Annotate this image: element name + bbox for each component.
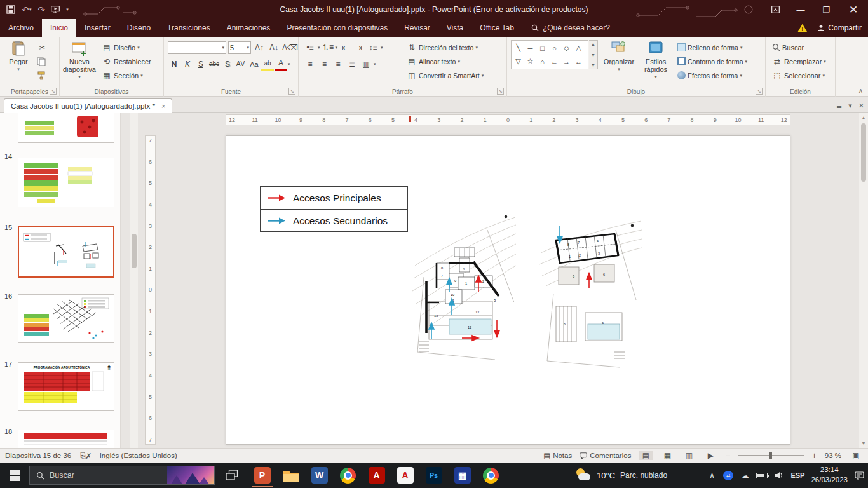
thumbnail-slide-14[interactable] <box>18 158 114 207</box>
tell-me-search[interactable]: ¿Qué desea hacer? <box>522 19 619 37</box>
align-right-button[interactable]: ≡ <box>332 58 344 71</box>
document-tab[interactable]: Casa Jacobs II uuu(1) [Autoguardado].ppt… <box>4 98 172 113</box>
font-name-combo[interactable]: ▾ <box>168 41 226 54</box>
comments-button[interactable]: Comentarios <box>580 452 631 459</box>
arrange-button[interactable]: Organizar ▾ <box>601 39 637 86</box>
gallery-down-icon[interactable]: ▼ <box>591 53 595 57</box>
change-case-button[interactable]: Aa <box>248 58 261 71</box>
text-direction-button[interactable]: ⇅Dirección del texto▾ <box>407 41 478 54</box>
tab-archivo[interactable]: Archivo <box>0 19 42 37</box>
thumbnail-scrollbar-thumb[interactable] <box>132 234 137 268</box>
thumbnail-slide-17[interactable]: PROGRAMACIÓN ARQUITECTÓNICA ⇞ <box>18 362 114 411</box>
taskbar-app-word[interactable]: W <box>305 463 334 488</box>
floor-plan-right[interactable]: 8 7 5 1 2 3 6 6 6 6 <box>539 217 642 371</box>
save-button[interactable] <box>6 5 15 14</box>
document-tab-close-icon[interactable]: × <box>161 102 165 110</box>
ribbon-display-options-button[interactable] <box>763 0 788 19</box>
tab-insertar[interactable]: Insertar <box>76 19 119 37</box>
undo-dropdown-icon[interactable]: ▾ <box>29 7 32 12</box>
onedrive-icon[interactable]: ☁ <box>740 471 750 480</box>
taskbar-app-acrobat[interactable]: A <box>362 463 391 488</box>
scrollbar-thumb[interactable] <box>861 123 866 182</box>
bold-button[interactable]: N <box>168 58 180 71</box>
tray-expand-icon[interactable]: ∧ <box>707 471 717 480</box>
taskbar-app-photoshop[interactable]: Ps <box>419 463 448 488</box>
taskbar-app-acrobat-reader[interactable]: A <box>391 463 419 488</box>
taskbar-app-chrome[interactable] <box>334 463 362 488</box>
notes-button[interactable]: ▤Notas <box>543 451 572 460</box>
taskbar-app-generic-blue[interactable]: ▦ <box>448 463 477 488</box>
start-slideshow-button[interactable] <box>51 6 60 13</box>
scroll-down-icon[interactable]: ▼ <box>861 440 866 446</box>
tab-list-icon[interactable]: ≣ <box>836 102 842 110</box>
restore-button[interactable]: ❐ <box>813 0 839 19</box>
scroll-up-icon[interactable]: ▲ <box>861 115 866 121</box>
normal-view-button[interactable]: ▤ <box>639 451 653 460</box>
thumbnail-number-18[interactable]: 18 <box>4 428 12 435</box>
quick-styles-button[interactable]: Estilos rápidos ▾ <box>638 39 674 86</box>
paste-dropdown-icon[interactable]: ▾ <box>17 67 20 72</box>
taskbar-search-box[interactable]: Buscar <box>29 466 215 485</box>
task-view-button[interactable] <box>217 463 246 488</box>
reading-view-button[interactable]: ▥ <box>682 451 696 460</box>
font-color-button[interactable]: A <box>275 58 287 71</box>
replace-button[interactable]: ⇄Reemplazar▾ <box>772 55 826 68</box>
slideshow-view-button[interactable]: ▶ <box>703 451 717 460</box>
quick-styles-dropdown-icon[interactable]: ▾ <box>654 74 657 79</box>
taskbar-weather-widget[interactable]: 10°C Parc. nublado <box>575 463 667 488</box>
format-painter-button[interactable] <box>37 69 46 82</box>
align-text-button[interactable]: ▤Alinear texto▾ <box>407 55 460 68</box>
zoom-slider-knob[interactable] <box>769 452 772 459</box>
columns-button[interactable]: ▥ <box>360 58 372 71</box>
taskbar-app-powerpoint[interactable]: P <box>248 463 276 488</box>
strikethrough-button[interactable]: abc <box>208 58 220 71</box>
convert-smartart-button[interactable]: ◫Convertir a SmartArt▾ <box>407 69 484 82</box>
tab-presentacion[interactable]: Presentación con diapositivas <box>278 19 396 37</box>
find-button[interactable]: Buscar <box>772 41 804 54</box>
thumbnail-number-15[interactable]: 15 <box>4 224 12 231</box>
slide-sorter-view-button[interactable]: ▦ <box>660 451 674 460</box>
tab-vista[interactable]: Vista <box>438 19 471 37</box>
close-button[interactable]: ✕ <box>839 0 868 19</box>
language-indicator[interactable]: Inglés (Estados Unidos) <box>100 452 177 459</box>
thumbnail-slide-16[interactable] <box>18 294 114 343</box>
align-left-button[interactable]: ≡ <box>304 58 316 71</box>
slide-canvas[interactable]: Accesos Principales Accesos Secundarios <box>226 135 790 445</box>
font-name-input[interactable] <box>170 44 220 51</box>
font-size-input[interactable] <box>230 44 245 51</box>
ruler-indent-marker[interactable] <box>409 116 411 122</box>
zoom-in-button[interactable]: + <box>812 451 817 461</box>
fit-to-window-button[interactable]: ▣ <box>849 451 863 460</box>
new-slide-dropdown-icon[interactable]: ▾ <box>78 74 81 79</box>
tab-revisar[interactable]: Revisar <box>396 19 438 37</box>
thumbnail-slide-15-selected[interactable] <box>18 226 114 278</box>
decrease-font-button[interactable]: A↓ <box>268 41 280 54</box>
search-highlight-graphic[interactable] <box>167 466 214 484</box>
bullets-button[interactable]: •≡ <box>304 41 316 54</box>
justify-button[interactable]: ≣ <box>346 58 358 71</box>
new-slide-button[interactable]: Nueva diapositiva ▾ <box>62 39 97 86</box>
underline-button[interactable]: S <box>194 58 207 71</box>
floor-plan-left[interactable]: 8 7 9 5 4 1 2 10 11 13 13 3 12 <box>412 207 517 364</box>
taskbar-app-folder[interactable] <box>276 463 305 488</box>
thumbnail-number-17[interactable]: 17 <box>4 360 12 368</box>
numbering-button[interactable]: ⒈≡ <box>322 41 334 54</box>
proofing-errors-icon[interactable]: ⎘✗ <box>80 451 90 460</box>
tab-bar-close-icon[interactable]: ✕ <box>858 102 864 110</box>
cut-button[interactable]: ✂ <box>37 41 47 54</box>
select-button[interactable]: ⬚Seleccionar▾ <box>772 69 825 82</box>
activation-warning-icon[interactable]: ! <box>797 24 807 32</box>
gallery-more-icon[interactable]: ▼ <box>591 63 595 67</box>
copy-button[interactable] <box>37 55 46 68</box>
shape-effects-button[interactable]: Efectos de forma▾ <box>677 69 742 82</box>
zoom-out-button[interactable]: − <box>725 451 730 461</box>
paste-button[interactable]: Pegar ▾ <box>1 39 36 86</box>
volume-icon[interactable] <box>774 471 784 479</box>
thumbnail-number-14[interactable]: 14 <box>4 152 12 160</box>
shape-outline-button[interactable]: Contorno de forma▾ <box>677 55 747 68</box>
shapes-gallery-scroll[interactable]: ▲▼▼ <box>589 40 598 69</box>
decrease-indent-button[interactable]: ⇤ <box>339 41 351 54</box>
align-center-button[interactable]: ≡ <box>318 58 330 71</box>
battery-icon[interactable] <box>756 473 768 478</box>
arrange-dropdown-icon[interactable]: ▾ <box>618 67 620 72</box>
